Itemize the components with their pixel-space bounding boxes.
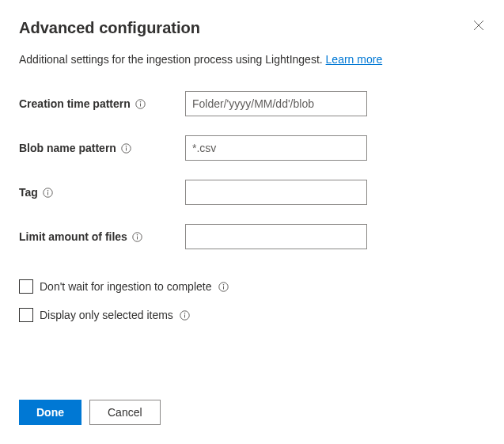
info-icon[interactable]: [132, 231, 143, 242]
tag-label: Tag: [19, 186, 38, 199]
display-selected-label: Display only selected items: [40, 309, 173, 321]
svg-point-6: [126, 146, 127, 147]
cancel-button[interactable]: Cancel: [89, 400, 161, 425]
svg-point-15: [223, 284, 225, 286]
dont-wait-checkbox[interactable]: [19, 279, 33, 294]
creation-time-label: Creation time pattern: [19, 97, 131, 110]
creation-time-input[interactable]: [185, 91, 367, 116]
info-icon[interactable]: [135, 98, 146, 109]
tag-input[interactable]: [185, 180, 367, 205]
svg-point-3: [140, 101, 142, 103]
display-selected-checkbox[interactable]: [19, 308, 33, 322]
dialog-title: Advanced configuration: [19, 19, 200, 37]
info-icon[interactable]: [180, 309, 191, 321]
blob-name-label: Blob name pattern: [19, 142, 116, 154]
svg-point-18: [184, 313, 186, 314]
limit-files-input[interactable]: [185, 224, 367, 249]
dialog-subtitle: Additional settings for the ingestion pr…: [19, 53, 485, 66]
close-button[interactable]: [472, 19, 485, 32]
close-icon: [473, 20, 484, 31]
info-icon[interactable]: [43, 187, 54, 198]
learn-more-link[interactable]: Learn more: [326, 53, 383, 66]
done-button[interactable]: Done: [19, 400, 81, 425]
info-icon[interactable]: [218, 281, 229, 292]
svg-point-9: [47, 190, 49, 192]
svg-point-12: [137, 234, 138, 236]
limit-files-label: Limit amount of files: [19, 230, 127, 243]
subtitle-text: Additional settings for the ingestion pr…: [19, 53, 326, 66]
dont-wait-label: Don't wait for ingestion to complete: [40, 280, 211, 293]
blob-name-input[interactable]: [185, 135, 367, 161]
info-icon[interactable]: [121, 142, 132, 154]
